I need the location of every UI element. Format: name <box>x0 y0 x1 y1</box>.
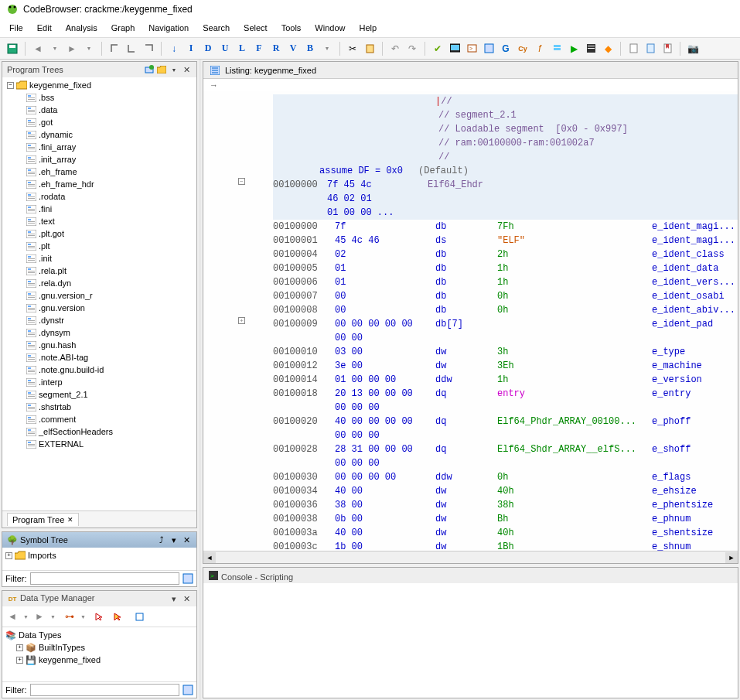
letter-b-icon[interactable]: B <box>302 41 318 56</box>
tree-node-section[interactable]: .note.ABI-tag <box>24 351 195 364</box>
tree-node-section[interactable]: _elfSectionHeaders <box>24 425 195 438</box>
close-icon[interactable]: ✕ <box>181 593 192 604</box>
nav-right-icon[interactable] <box>141 41 156 56</box>
menu-analysis[interactable]: Analysis <box>60 20 104 36</box>
listing-body[interactable]: |// // segment_2.1 // Loadable segment [… <box>203 91 738 551</box>
tree-node-section[interactable]: segment_2.1 <box>24 388 195 401</box>
doc2-icon[interactable] <box>643 41 658 56</box>
tree-node-section[interactable]: .plt.got <box>24 227 195 240</box>
asm-line[interactable]: 00 00 00 <box>273 401 738 415</box>
asm-line[interactable]: 0010003a40 00dw40he_shentsize <box>273 526 738 540</box>
redo-icon[interactable]: ↷ <box>404 41 420 56</box>
asm-line[interactable]: 0010000700db0he_ident_osabi <box>273 289 738 303</box>
tree-node-section[interactable]: .dynsym <box>24 326 195 339</box>
asm-line[interactable]: 0010000402db2he_ident_class <box>273 248 738 261</box>
symbol-filter-input[interactable] <box>30 572 180 585</box>
cut-icon[interactable]: ✂ <box>345 41 360 56</box>
refresh-icon[interactable] <box>144 64 155 75</box>
menu-search[interactable]: Search <box>196 20 236 36</box>
fn-icon[interactable]: f <box>532 41 547 56</box>
undo-icon[interactable]: ↶ <box>387 41 403 56</box>
asm-line[interactable]: 00 00 00 <box>273 456 738 470</box>
asm-line[interactable]: 0010001401 00 00 00ddw1he_version <box>273 373 738 387</box>
tree-root-node[interactable]: − keygenme_fixed <box>5 79 195 91</box>
diamond-icon[interactable]: ◆ <box>600 41 616 56</box>
g-icon[interactable]: G <box>498 41 513 56</box>
tree-node-section[interactable]: .note.gnu.build-id <box>24 364 195 376</box>
tab-program-tree[interactable]: Program Tree ✕ <box>7 513 79 526</box>
asm-line[interactable]: 0010003c1b 00dw1Bhe_shnum <box>273 540 738 551</box>
tree-node-section[interactable]: .shstrtab <box>24 401 195 413</box>
box-icon[interactable] <box>132 609 148 624</box>
menu-graph[interactable]: Graph <box>105 20 142 36</box>
bookmark-icon[interactable] <box>660 41 675 56</box>
tree-node-section[interactable]: .eh_frame <box>24 166 195 178</box>
stack-icon[interactable] <box>549 41 564 56</box>
goto-icon[interactable]: ⤴ <box>156 534 167 545</box>
asm-line[interactable]: 0010003000 00 00 00ddw0he_flags <box>273 470 738 484</box>
tree-node-section[interactable]: .gnu.version_r <box>24 289 195 302</box>
asm-line[interactable]: 0010003638 00dw38he_phentsize <box>273 498 738 512</box>
window-icon[interactable] <box>481 41 496 56</box>
display-icon[interactable] <box>447 41 462 56</box>
menu-icon[interactable]: ▾ <box>169 534 179 545</box>
asm-line[interactable]: 001000007fdb7Fhe_ident_magi... <box>273 220 738 234</box>
letter-i-icon[interactable]: I <box>183 41 199 56</box>
tree-node-section[interactable]: .interp <box>24 376 195 388</box>
letter-u-icon[interactable]: U <box>217 41 233 56</box>
tree-node-section[interactable]: .fini <box>24 203 195 215</box>
asm-line[interactable]: 0010000501db1he_ident_data <box>273 261 738 275</box>
asm-line[interactable]: 0010000800db0he_ident_abiv... <box>273 303 738 317</box>
symbol-tree[interactable]: + Imports <box>2 548 196 570</box>
asm-line[interactable]: 001000380b 00dwBhe_phnum <box>273 512 738 526</box>
scroll-left-icon[interactable]: ◄ <box>203 552 216 563</box>
asm-line[interactable]: 001000123e 00dw3Ehe_machine <box>273 359 738 373</box>
cy-icon[interactable]: Cy <box>515 41 530 56</box>
nav-down-icon[interactable] <box>124 41 139 56</box>
console-icon[interactable]: > <box>464 41 479 56</box>
asm-line[interactable]: 0010003440 00dw40he_ehsize <box>273 484 738 498</box>
doc1-icon[interactable] <box>626 41 641 56</box>
snapshot-icon[interactable]: 📷 <box>685 41 701 56</box>
tree-node-section[interactable]: .eh_frame_hdr <box>24 178 195 190</box>
asm-line[interactable]: 0010002040 00 00 00 00dqElf64_Phdr_ARRAY… <box>273 415 738 429</box>
back-icon[interactable]: ◄ <box>5 609 20 624</box>
fwd-drop-icon[interactable]: ▼ <box>81 41 97 56</box>
asm-line[interactable]: 0010000601db1he_ident_vers... <box>273 275 738 289</box>
tree-node-section[interactable]: .text <box>24 215 195 227</box>
back-icon[interactable]: ◄ <box>30 41 46 56</box>
scroll-right-icon[interactable]: ► <box>725 552 738 563</box>
tree-node-section[interactable]: .dynstr <box>24 314 195 326</box>
fwd-icon[interactable]: ► <box>64 41 80 56</box>
cursor-icon[interactable] <box>92 609 107 624</box>
menu-tools[interactable]: Tools <box>275 20 308 36</box>
asm-line[interactable]: 0010001820 13 00 00 00dqentrye_entry <box>273 387 738 401</box>
listing-hscroll[interactable]: ◄ ► <box>203 551 738 563</box>
check-icon[interactable]: ✔ <box>430 41 445 56</box>
cursor2-icon[interactable] <box>111 609 126 624</box>
strip-icon[interactable] <box>583 41 598 56</box>
tree-node-section[interactable]: .gnu.version <box>24 302 195 314</box>
letter-v-icon[interactable]: V <box>285 41 301 56</box>
menu-icon[interactable]: ▾ <box>169 593 179 604</box>
asm-line[interactable]: 00 00 <box>273 331 738 345</box>
tree-node-imports[interactable]: + Imports <box>4 549 195 562</box>
fwd-icon[interactable]: ► <box>32 609 47 624</box>
collapse-icon[interactable]: − <box>7 82 14 89</box>
close-icon[interactable]: ✕ <box>181 64 192 75</box>
dropdown-icon[interactable]: ▼ <box>169 64 179 75</box>
letter-d-icon[interactable]: D <box>200 41 216 56</box>
expand-icon[interactable]: + <box>5 552 12 559</box>
tree-node-section[interactable]: EXTERNAL <box>24 438 195 450</box>
tree-node-datatypes[interactable]: 📚 Data Types <box>4 629 195 641</box>
asm-line[interactable]: 00 00 00 <box>273 429 738 442</box>
tree-node-section[interactable]: .init <box>24 252 195 265</box>
asm-line[interactable]: 0010001003 00dw3he_type <box>273 345 738 359</box>
menu-select[interactable]: Select <box>237 20 274 36</box>
tree-icon[interactable]: ⊶ <box>62 609 77 624</box>
tree-node-section[interactable]: .rodata <box>24 190 195 203</box>
tree-node-program[interactable]: + 💾 keygenme_fixed <box>15 654 195 666</box>
expand-icon[interactable]: + <box>16 657 23 664</box>
tree-node-builtin[interactable]: + 📦 BuiltInTypes <box>15 641 195 654</box>
asm-line[interactable]: 0010000145 4c 46ds"ELF"e_ident_magi... <box>273 234 738 248</box>
